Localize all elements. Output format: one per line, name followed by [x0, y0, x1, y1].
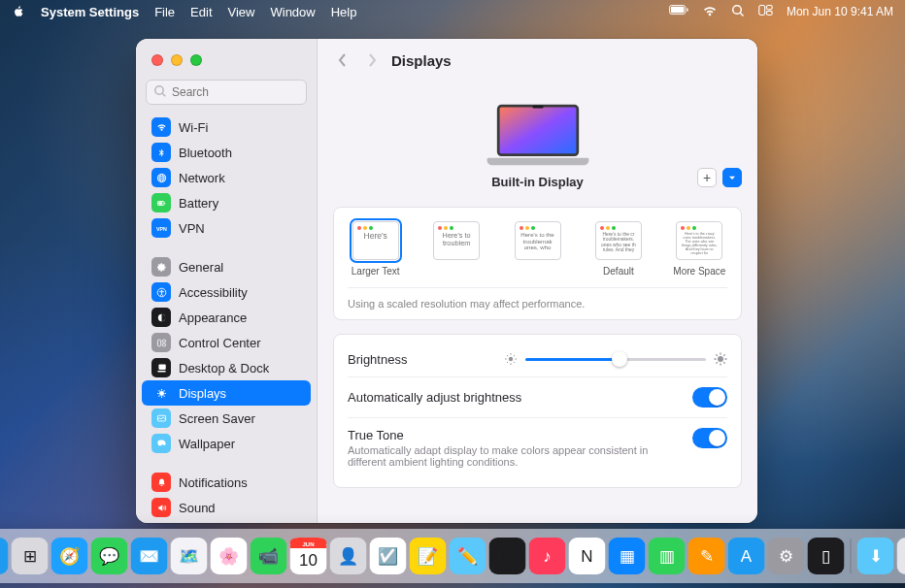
- wallpaper-icon: [151, 434, 171, 453]
- display-thumbnail-icon: [485, 101, 591, 169]
- dock-pages[interactable]: ✎: [688, 538, 725, 574]
- svg-rect-19: [162, 343, 165, 346]
- dock-news[interactable]: N: [569, 538, 606, 574]
- resolution-option-2[interactable]: Here's to the troublemak ones, who: [510, 221, 565, 266]
- menu-help[interactable]: Help: [331, 5, 357, 19]
- wifi-status-icon[interactable]: [702, 5, 718, 19]
- dock-photos[interactable]: 🌸: [211, 538, 248, 574]
- nav-forward-button[interactable]: [362, 45, 382, 76]
- svg-text:📝: 📝: [418, 546, 439, 567]
- apple-menu[interactable]: [12, 5, 25, 18]
- dock-freeform[interactable]: ✏️: [450, 538, 486, 574]
- dock-finder[interactable]: [0, 538, 9, 574]
- screensaver-icon: [151, 408, 171, 428]
- resolution-thumb: Here's to troublem: [433, 221, 480, 260]
- sidebar-item-vpn[interactable]: VPNVPN: [142, 215, 311, 241]
- svg-text:💬: 💬: [99, 546, 120, 567]
- dock-iphone-mirroring[interactable]: ▯: [808, 538, 845, 574]
- dock-mail[interactable]: ✉️: [131, 538, 168, 574]
- dock-maps[interactable]: 🗺️: [171, 538, 208, 574]
- resolution-option-3[interactable]: Here's to the cr troublemakers. ones who…: [590, 221, 646, 278]
- dock-messages[interactable]: 💬: [91, 538, 128, 574]
- svg-text:A: A: [741, 547, 753, 566]
- dock-launchpad[interactable]: ⊞: [12, 538, 49, 574]
- dock-music[interactable]: ♪: [529, 538, 566, 574]
- page-title: Displays: [391, 52, 452, 69]
- sidebar-item-focus[interactable]: Focus: [142, 520, 311, 523]
- menu-file[interactable]: File: [154, 5, 175, 19]
- display-name-label: Built-in Display: [491, 175, 584, 189]
- brightness-slider[interactable]: [504, 352, 727, 366]
- dock-settings[interactable]: ⚙︎: [768, 538, 805, 574]
- menu-window[interactable]: Window: [270, 5, 315, 19]
- window-minimize-button[interactable]: [171, 54, 183, 66]
- nav-back-button[interactable]: [333, 45, 352, 76]
- dock-facetime[interactable]: 📹: [251, 538, 287, 574]
- resolution-option-0[interactable]: Here'sLarger Text: [348, 221, 403, 278]
- dock-calendar[interactable]: JUN10: [290, 538, 327, 574]
- sidebar-item-battery[interactable]: Battery: [142, 190, 311, 215]
- sidebar-item-bluetooth[interactable]: Bluetooth: [142, 140, 311, 165]
- bell-icon: [151, 473, 171, 492]
- window-zoom-button[interactable]: [190, 54, 202, 66]
- svg-text:✉️: ✉️: [139, 546, 160, 567]
- svg-point-7: [155, 86, 163, 94]
- dock-notes[interactable]: 📝: [410, 538, 447, 574]
- svg-rect-12: [158, 202, 162, 204]
- truetone-toggle[interactable]: [692, 428, 727, 448]
- dock-numbers[interactable]: ▥: [649, 538, 686, 574]
- sidebar-item-control-center[interactable]: Control Center: [142, 330, 311, 355]
- sidebar-item-displays[interactable]: Displays: [142, 380, 311, 406]
- svg-text:▯: ▯: [821, 547, 830, 566]
- menu-edit[interactable]: Edit: [190, 5, 212, 19]
- svg-text:10: 10: [299, 551, 318, 570]
- dock-contacts[interactable]: 👤: [330, 538, 367, 574]
- sidebar-item-wi-fi[interactable]: Wi-Fi: [142, 114, 311, 140]
- app-name-menu[interactable]: System Settings: [41, 5, 139, 19]
- menu-view[interactable]: View: [228, 5, 255, 19]
- sidebar-item-general[interactable]: General: [142, 254, 311, 279]
- display-options-dropdown[interactable]: [722, 168, 742, 187]
- battery-icon: [151, 193, 171, 212]
- spotlight-icon[interactable]: [731, 4, 745, 20]
- sidebar-item-appearance[interactable]: Appearance: [142, 305, 311, 330]
- sidebar-item-wallpaper[interactable]: Wallpaper: [142, 431, 311, 456]
- dock-appstore[interactable]: A: [728, 538, 765, 574]
- dock-keynote[interactable]: ▦: [609, 538, 646, 574]
- svg-point-28: [718, 356, 723, 362]
- add-display-button[interactable]: +: [697, 168, 717, 187]
- dock-downloads[interactable]: ⬇︎: [857, 538, 894, 574]
- resolution-card: Here'sLarger TextHere's to troublemHere'…: [333, 207, 742, 320]
- sidebar-item-label: VPN: [179, 221, 205, 236]
- resolution-thumb: Here's: [352, 221, 399, 260]
- svg-text:JUN: JUN: [302, 541, 314, 547]
- sidebar-item-desktop-dock[interactable]: Desktop & Dock: [142, 355, 311, 380]
- sidebar-item-sound[interactable]: Sound: [142, 495, 311, 520]
- svg-rect-25: [499, 108, 576, 154]
- battery-status-icon[interactable]: [669, 5, 688, 18]
- sidebar-item-accessibility[interactable]: Accessibility: [142, 279, 311, 305]
- menu-clock[interactable]: Mon Jun 10 9:41 AM: [787, 5, 893, 18]
- sidebar-item-notifications[interactable]: Notifications: [142, 470, 311, 495]
- sidebar-item-screen-saver[interactable]: Screen Saver: [142, 406, 311, 431]
- resolution-option-4[interactable]: Here's to the crazy ones troublemakers. …: [672, 221, 727, 278]
- truetone-description: Automatically adapt display to make colo…: [348, 444, 658, 468]
- control-center-icon[interactable]: [758, 5, 773, 18]
- dock-safari[interactable]: 🧭: [51, 538, 88, 574]
- svg-rect-4: [759, 6, 765, 16]
- svg-point-15: [160, 289, 162, 291]
- sidebar-item-network[interactable]: Network: [142, 165, 311, 190]
- auto-brightness-toggle[interactable]: [692, 387, 727, 408]
- search-input[interactable]: [146, 80, 307, 105]
- resolution-thumb: Here's to the crazy ones troublemakers. …: [676, 221, 722, 260]
- dock-trash[interactable]: 🗑️: [897, 538, 906, 574]
- truetone-label: True Tone: [348, 428, 692, 442]
- resolution-option-1[interactable]: Here's to troublem: [428, 221, 484, 266]
- dock-tv[interactable]: tv: [489, 538, 526, 574]
- window-close-button[interactable]: [151, 54, 163, 66]
- controlcenter-icon: [151, 333, 171, 352]
- sidebar-item-label: General: [179, 260, 223, 275]
- dock-reminders[interactable]: ☑️: [370, 538, 407, 574]
- settings-content: Displays Built-in Display + Here'sLarger: [318, 39, 757, 523]
- brightness-label: Brightness: [348, 352, 407, 367]
